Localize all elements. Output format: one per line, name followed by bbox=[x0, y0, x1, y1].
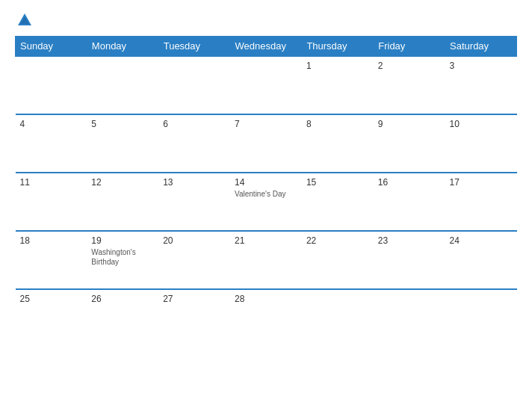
calendar-cell: 21 bbox=[230, 231, 302, 289]
calendar-table: SundayMondayTuesdayWednesdayThursdayFrid… bbox=[15, 36, 517, 347]
calendar-page: SundayMondayTuesdayWednesdayThursdayFrid… bbox=[0, 0, 532, 411]
calendar-cell bbox=[16, 56, 87, 114]
day-number: 16 bbox=[378, 177, 441, 188]
calendar-cell: 15 bbox=[302, 173, 374, 231]
day-header-sunday: Sunday bbox=[16, 37, 87, 57]
calendar-cell: 13 bbox=[158, 173, 230, 231]
day-number: 24 bbox=[450, 235, 513, 246]
calendar-cell: 8 bbox=[302, 114, 374, 173]
day-number: 20 bbox=[163, 235, 226, 246]
day-number: 22 bbox=[306, 235, 369, 246]
logo bbox=[15, 12, 33, 28]
day-number: 5 bbox=[91, 119, 154, 129]
calendar-cell: 10 bbox=[445, 114, 517, 173]
calendar-cell: 14Valentine's Day bbox=[230, 173, 302, 231]
day-number: 18 bbox=[20, 235, 83, 246]
calendar-week-row: 123 bbox=[16, 56, 517, 114]
logo-icon bbox=[16, 12, 33, 28]
event-label: Valentine's Day bbox=[235, 189, 297, 199]
calendar-cell: 22 bbox=[302, 231, 374, 289]
day-number: 23 bbox=[378, 235, 441, 246]
day-number: 19 bbox=[91, 235, 154, 246]
day-number: 26 bbox=[91, 294, 154, 304]
day-number: 9 bbox=[378, 119, 441, 129]
header bbox=[15, 12, 517, 28]
day-header-friday: Friday bbox=[374, 37, 445, 57]
calendar-week-row: 45678910 bbox=[16, 114, 517, 173]
day-number: 25 bbox=[20, 294, 83, 304]
calendar-cell: 27 bbox=[158, 289, 230, 347]
day-number: 1 bbox=[306, 61, 369, 71]
calendar-cell bbox=[302, 289, 374, 347]
day-number: 14 bbox=[235, 177, 297, 188]
day-number: 7 bbox=[235, 119, 297, 129]
day-number: 8 bbox=[306, 119, 369, 129]
calendar-cell: 19Washington's Birthday bbox=[87, 231, 158, 289]
calendar-cell: 2 bbox=[374, 56, 445, 114]
day-number: 13 bbox=[163, 177, 226, 188]
calendar-cell: 1 bbox=[302, 56, 374, 114]
calendar-cell bbox=[158, 56, 230, 114]
calendar-cell: 7 bbox=[230, 114, 302, 173]
calendar-cell bbox=[374, 289, 445, 347]
calendar-cell: 26 bbox=[87, 289, 158, 347]
calendar-cell: 3 bbox=[445, 56, 517, 114]
calendar-cell bbox=[230, 56, 302, 114]
day-header-tuesday: Tuesday bbox=[158, 37, 230, 57]
calendar-cell: 20 bbox=[158, 231, 230, 289]
day-number: 6 bbox=[163, 119, 226, 129]
calendar-week-row: 25262728 bbox=[16, 289, 517, 347]
day-number: 10 bbox=[450, 119, 513, 129]
day-number: 12 bbox=[91, 177, 154, 188]
calendar-cell: 4 bbox=[16, 114, 87, 173]
day-header-wednesday: Wednesday bbox=[230, 37, 302, 57]
calendar-cell: 11 bbox=[16, 173, 87, 231]
calendar-week-row: 11121314Valentine's Day151617 bbox=[16, 173, 517, 231]
calendar-cell: 23 bbox=[374, 231, 445, 289]
day-number: 2 bbox=[378, 61, 441, 71]
calendar-cell: 18 bbox=[16, 231, 87, 289]
day-number: 21 bbox=[235, 235, 297, 246]
calendar-week-row: 1819Washington's Birthday2021222324 bbox=[16, 231, 517, 289]
calendar-cell: 5 bbox=[87, 114, 158, 173]
calendar-cell: 9 bbox=[374, 114, 445, 173]
day-number: 11 bbox=[20, 177, 83, 188]
calendar-cell: 24 bbox=[445, 231, 517, 289]
calendar-cell: 12 bbox=[87, 173, 158, 231]
day-number: 4 bbox=[20, 119, 83, 129]
calendar-cell bbox=[87, 56, 158, 114]
day-number: 17 bbox=[450, 177, 513, 188]
day-header-monday: Monday bbox=[87, 37, 158, 57]
day-header-saturday: Saturday bbox=[445, 37, 517, 57]
day-number: 27 bbox=[163, 294, 226, 304]
calendar-cell: 6 bbox=[158, 114, 230, 173]
day-header-thursday: Thursday bbox=[302, 37, 374, 57]
event-label: Washington's Birthday bbox=[91, 247, 154, 267]
day-number: 3 bbox=[450, 61, 513, 71]
calendar-cell bbox=[445, 289, 517, 347]
calendar-cell: 16 bbox=[374, 173, 445, 231]
day-number: 15 bbox=[306, 177, 369, 188]
calendar-cell: 28 bbox=[230, 289, 302, 347]
calendar-cell: 17 bbox=[445, 173, 517, 231]
day-number: 28 bbox=[235, 294, 297, 304]
calendar-cell: 25 bbox=[16, 289, 87, 347]
calendar-header-row: SundayMondayTuesdayWednesdayThursdayFrid… bbox=[16, 37, 517, 57]
